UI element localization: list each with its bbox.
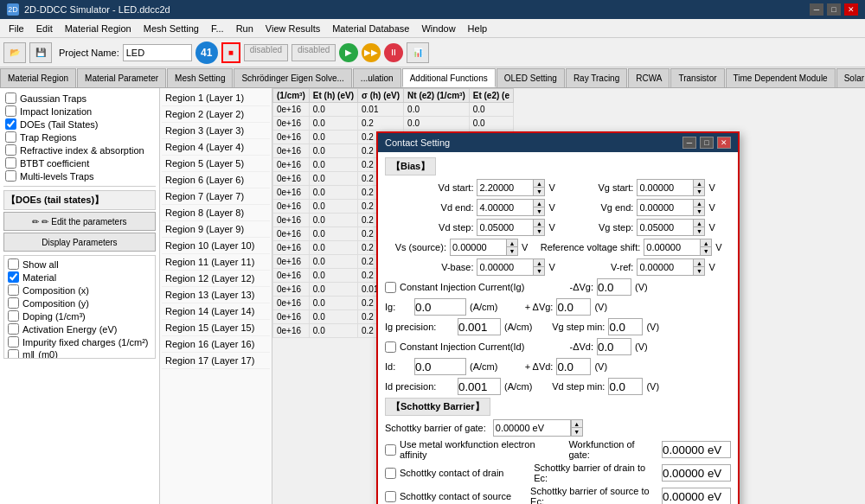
region-item-11[interactable]: Region 11 (Layer 11) — [162, 254, 270, 271]
sidebar-item-material[interactable]: Material — [6, 271, 153, 284]
workfunc-input[interactable] — [662, 441, 731, 458]
checkbox-mpar[interactable] — [8, 349, 19, 359]
vg-end-spin-up[interactable]: ▲ — [693, 199, 705, 207]
checkbox-const-ig[interactable] — [385, 282, 396, 293]
vref-spin-dn[interactable]: ▼ — [693, 267, 705, 276]
vd-end-spin-up[interactable]: ▲ — [533, 199, 545, 207]
vg-step-input[interactable] — [637, 219, 693, 236]
ref-volt-input[interactable] — [644, 239, 700, 256]
schottky-gate-input[interactable] — [493, 419, 571, 437]
vd-step-spin-up[interactable]: ▲ — [533, 219, 545, 227]
sidebar-item-does-tail-states[interactable]: DOEs (Tail States) — [3, 118, 156, 131]
region-item-1[interactable]: Region 1 (Layer 1) — [162, 90, 270, 106]
checkbox-show-all[interactable] — [8, 258, 19, 270]
schottky-gate-spin-dn[interactable]: ▼ — [571, 428, 583, 437]
vs-spin-up[interactable]: ▲ — [506, 239, 518, 247]
vbase-input[interactable] — [477, 258, 533, 276]
vs-input[interactable] — [450, 239, 506, 256]
stop-btn[interactable]: ■ — [221, 42, 240, 63]
tab-rcwa[interactable]: RCWA — [628, 68, 670, 87]
menu-help[interactable]: Help — [463, 22, 493, 35]
region-item-16[interactable]: Region 16 (Layer 16) — [162, 336, 270, 353]
schottky-drain-input[interactable] — [662, 464, 731, 482]
delta-vd-minus-input[interactable] — [597, 338, 631, 355]
ref-volt-spin-up[interactable]: ▲ — [700, 239, 712, 247]
menu-material-database[interactable]: Material Database — [327, 22, 414, 35]
checkbox-refractive[interactable] — [5, 144, 16, 156]
vd-end-input[interactable] — [477, 199, 533, 216]
tab-oled[interactable]: OLED Setting — [497, 68, 565, 87]
tab-time-dependent[interactable]: Time Dependent Module — [726, 68, 836, 87]
sidebar-item-composition-x[interactable]: Composition (x) — [6, 284, 153, 297]
close-btn[interactable]: ✕ — [844, 3, 858, 16]
id-prec-input[interactable] — [458, 378, 501, 395]
checkbox-material[interactable] — [8, 271, 19, 283]
sidebar-item-trap-regions[interactable]: Trap Regions — [3, 131, 156, 144]
region-item-5[interactable]: Region 5 (Layer 5) — [162, 156, 270, 172]
menu-run[interactable]: Run — [231, 22, 259, 35]
checkbox-composition-y[interactable] — [8, 297, 19, 309]
delta-vg-minus-input[interactable] — [597, 278, 631, 296]
vbase-spin-up[interactable]: ▲ — [533, 258, 545, 267]
checkbox-use-metal[interactable] — [385, 444, 396, 456]
project-name-input[interactable] — [123, 44, 192, 61]
checkbox-schottky-drain[interactable] — [385, 468, 396, 479]
sidebar-item-btbt[interactable]: BTBT coefficient — [3, 156, 156, 169]
checkbox-btbt[interactable] — [5, 157, 16, 169]
vbase-spin-dn[interactable]: ▼ — [533, 267, 545, 276]
vg-start-spin-up[interactable]: ▲ — [693, 179, 705, 188]
tab-material-region[interactable]: Material Region — [0, 68, 76, 87]
menu-window[interactable]: Window — [416, 22, 460, 35]
vg-end-spin-dn[interactable]: ▼ — [693, 207, 705, 216]
schottky-gate-spin-up[interactable]: ▲ — [571, 419, 583, 428]
ig-input[interactable] — [414, 298, 466, 316]
region-item-7[interactable]: Region 7 (Layer 7) — [162, 188, 270, 205]
checkbox-gaussian-traps[interactable] — [5, 93, 16, 104]
ig-prec-input[interactable] — [458, 318, 501, 335]
vd-step-spin-dn[interactable]: ▼ — [533, 227, 545, 236]
vg-step-spin-dn[interactable]: ▼ — [693, 227, 705, 236]
menu-mesh-setting[interactable]: Mesh Setting — [138, 22, 204, 35]
sidebar-item-impurity[interactable]: Impurity fixed charges (1/cm²) — [6, 335, 153, 348]
region-item-2[interactable]: Region 2 (Layer 2) — [162, 106, 270, 123]
ref-volt-spin-dn[interactable]: ▼ — [700, 247, 712, 256]
checkbox-doping[interactable] — [8, 310, 19, 322]
tab-ray-tracing[interactable]: Ray Tracing — [566, 68, 627, 87]
region-item-8[interactable]: Region 8 (Layer 8) — [162, 205, 270, 221]
tab-solar-cell[interactable]: Solar Cell — [836, 68, 865, 87]
menu-f[interactable]: F... — [206, 22, 229, 35]
play-btn1[interactable]: ▶ — [339, 43, 358, 62]
stop-btn2[interactable]: ⏸ — [384, 43, 403, 62]
region-item-15[interactable]: Region 15 (Layer 15) — [162, 320, 270, 336]
vd-start-input[interactable] — [477, 179, 533, 196]
menu-edit[interactable]: Edit — [31, 22, 58, 35]
sidebar-item-show-all[interactable]: Show all — [6, 258, 153, 271]
vg-step-spin-up[interactable]: ▲ — [693, 219, 705, 227]
tab-mesh-setting[interactable]: Mesh Setting — [167, 68, 233, 87]
vd-step-input[interactable] — [477, 219, 533, 236]
dialog-close-btn[interactable]: ✕ — [717, 137, 731, 149]
checkbox-multi-levels[interactable] — [5, 170, 16, 182]
vref-spin-up[interactable]: ▲ — [693, 258, 705, 267]
checkbox-impurity[interactable] — [8, 336, 19, 348]
sidebar-item-impact-ionization[interactable]: Impact Ionization — [3, 105, 156, 118]
tab-material-parameter[interactable]: Material Parameter — [77, 68, 166, 87]
checkbox-does-tail-states[interactable] — [5, 118, 16, 130]
sidebar-item-multi-levels[interactable]: Multi-levels Traps — [3, 169, 156, 182]
schottky-source-input[interactable] — [662, 488, 731, 504]
chart-btn[interactable]: 📊 — [407, 42, 429, 63]
region-item-13[interactable]: Region 13 (Layer 13) — [162, 287, 270, 303]
checkbox-trap-regions[interactable] — [5, 131, 16, 143]
menu-view-results[interactable]: View Results — [260, 22, 325, 35]
region-item-3[interactable]: Region 3 (Layer 3) — [162, 123, 270, 139]
id-input[interactable] — [414, 358, 466, 375]
open-btn[interactable]: 📂 — [3, 42, 26, 63]
vd-start-spin-up[interactable]: ▲ — [533, 179, 545, 188]
checkbox-composition-x[interactable] — [8, 284, 19, 296]
play-btn2[interactable]: ▶▶ — [362, 43, 381, 62]
badge-41[interactable]: 41 — [195, 41, 218, 64]
vs-spin-dn[interactable]: ▼ — [506, 247, 518, 256]
region-item-6[interactable]: Region 6 (Layer 6) — [162, 172, 270, 188]
checkbox-const-id[interactable] — [385, 341, 396, 353]
save-btn[interactable]: 💾 — [29, 42, 52, 63]
